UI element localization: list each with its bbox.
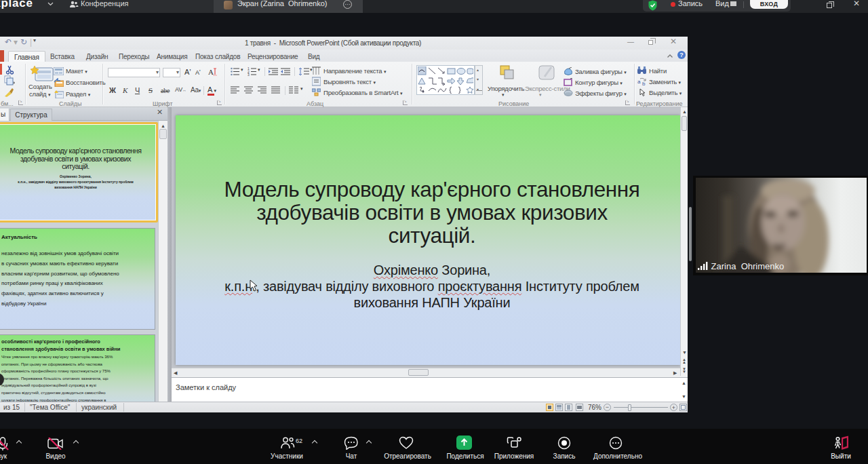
- svg-text:b: b: [642, 81, 646, 86]
- svg-text:3: 3: [248, 73, 250, 76]
- svg-text:a: a: [637, 79, 641, 85]
- svg-text:A: A: [208, 68, 214, 76]
